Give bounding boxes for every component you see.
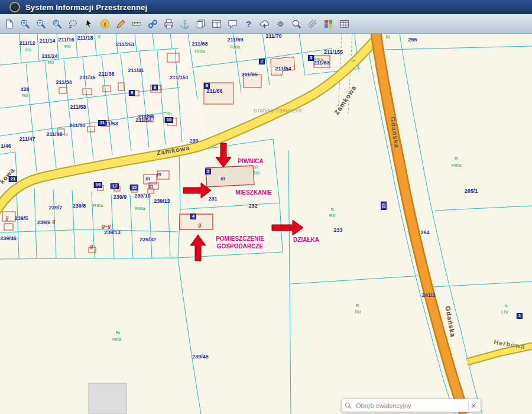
help-icon[interactable]: ? bbox=[241, 17, 256, 31]
search-plus-icon[interactable] bbox=[289, 17, 304, 31]
settings-icon[interactable]: ⚙ bbox=[273, 17, 288, 31]
zoom-out-icon[interactable] bbox=[34, 17, 48, 31]
svg-text:⚙: ⚙ bbox=[277, 20, 284, 28]
comment-icon[interactable] bbox=[225, 17, 240, 31]
pointer-icon[interactable] bbox=[82, 17, 96, 31]
svg-text:?: ? bbox=[246, 19, 251, 28]
search-icon bbox=[345, 402, 352, 409]
map-canvas[interactable]: 211/12211/14211/16211/18211/251211/24211… bbox=[0, 33, 532, 414]
search-input[interactable] bbox=[355, 402, 465, 410]
legend-icon[interactable] bbox=[321, 17, 336, 31]
app-title: System Informacji Przestrzennej bbox=[25, 3, 147, 12]
svg-text:i: i bbox=[104, 20, 106, 27]
svg-text:⚓: ⚓ bbox=[180, 19, 190, 28]
cloud-upload-icon[interactable] bbox=[257, 17, 272, 31]
print-icon[interactable] bbox=[161, 17, 176, 31]
close-icon[interactable]: ✕ bbox=[468, 401, 478, 410]
map-base-svg bbox=[0, 33, 532, 414]
layout-icon[interactable] bbox=[209, 17, 224, 31]
info-icon[interactable]: i bbox=[98, 17, 112, 31]
table-icon[interactable] bbox=[337, 17, 352, 31]
toolbar: i⚓?⚙ bbox=[0, 14, 532, 34]
title-bar: System Informacji Przestrzennej bbox=[0, 0, 532, 14]
road-gdanska bbox=[376, 33, 465, 414]
copy-icon[interactable] bbox=[193, 17, 208, 31]
zoom-extent-icon[interactable] bbox=[50, 17, 64, 31]
annotation-arrows bbox=[183, 143, 303, 261]
anchor-icon[interactable]: ⚓ bbox=[177, 17, 192, 31]
select-lasso-icon[interactable] bbox=[66, 17, 80, 31]
search-box[interactable]: ✕ bbox=[342, 399, 481, 412]
road-herbowa bbox=[467, 345, 532, 362]
zoom-in-icon[interactable] bbox=[18, 17, 33, 31]
slope-icon[interactable] bbox=[305, 17, 320, 31]
measure-icon[interactable] bbox=[129, 17, 144, 31]
building-gray bbox=[89, 383, 126, 414]
draw-icon[interactable] bbox=[113, 17, 128, 31]
app-logo-icon bbox=[9, 2, 20, 12]
arrow-right-dzialka bbox=[272, 220, 303, 235]
link-icon[interactable] bbox=[145, 17, 160, 31]
file-icon[interactable] bbox=[2, 17, 17, 31]
